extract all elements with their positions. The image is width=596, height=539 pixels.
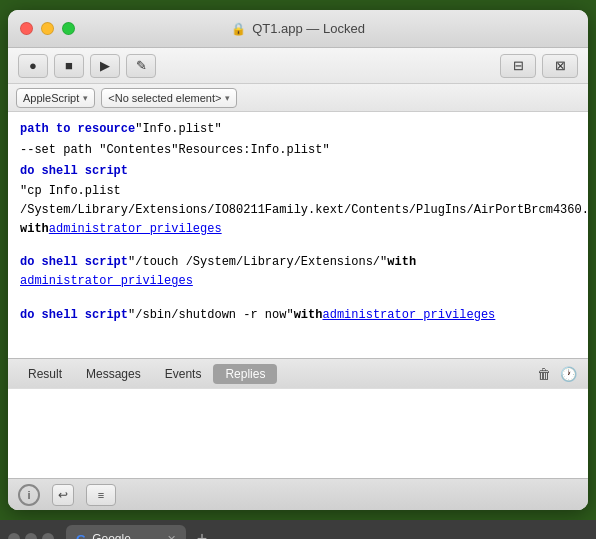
admin-priv-link-2[interactable]: administrator privileges — [20, 272, 193, 291]
code-line-5: do shell script "/sbin/shutdown -r now" … — [20, 306, 576, 325]
admin-priv-link-3[interactable]: administrator privileges — [322, 306, 495, 325]
traffic-lights — [20, 22, 75, 35]
code-editor[interactable]: path to resource "Info.plist" --set path… — [8, 112, 588, 358]
google-logo: G — [76, 532, 86, 540]
code-spacer-1 — [20, 241, 576, 251]
with-keyword-1: with — [20, 220, 49, 239]
lock-icon: 🔒 — [231, 22, 246, 36]
title-bar: 🔒 QT1.app — Locked — [8, 10, 588, 48]
code-line-1: path to resource "Info.plist" — [20, 120, 576, 139]
tab-result[interactable]: Result — [16, 364, 74, 384]
bottom-tab-bar: Result Messages Events Replies 🗑 🕐 — [8, 358, 588, 388]
close-button[interactable] — [20, 22, 33, 35]
admin-priv-link-1[interactable]: administrator privileges — [49, 220, 222, 239]
toolbar: ● ■ ▶ ✎ ⊟ ⊠ — [8, 48, 588, 84]
maximize-button[interactable] — [62, 22, 75, 35]
code-line-4: do shell script "/touch /System/Library/… — [20, 253, 576, 291]
code-line-3: do shell script "cp Info.plist /System/L… — [20, 162, 576, 239]
browser-tab-close[interactable]: ✕ — [167, 533, 176, 540]
tab-messages[interactable]: Messages — [74, 364, 153, 384]
app-window: 🔒 QT1.app — Locked ● ■ ▶ ✎ ⊟ ⊠ AppleScri… — [8, 10, 588, 510]
script-button[interactable]: ✎ — [126, 54, 156, 78]
code-line-2: --set path "Contentes"Resources:Info.pli… — [20, 141, 576, 160]
browser-dot-2 — [25, 533, 37, 539]
info-icon[interactable]: i — [18, 484, 40, 506]
title-bar-center: 🔒 QT1.app — Locked — [231, 21, 365, 36]
window-title: QT1.app — Locked — [252, 21, 365, 36]
view-button-1[interactable]: ⊟ — [500, 54, 536, 78]
keyword-do-shell-1: do shell script — [20, 162, 128, 181]
browser-dot-1 — [8, 533, 20, 539]
applescript-menu[interactable]: AppleScript ▾ — [16, 88, 95, 108]
with-keyword-2: with — [387, 253, 416, 272]
play-button[interactable]: ▶ — [90, 54, 120, 78]
keyword-do-shell-2: do shell script — [20, 253, 128, 272]
string-cp: "cp Info.plist /System/Library/Extension… — [20, 182, 588, 220]
string-shutdown: "/sbin/shutdown -r now" — [128, 306, 294, 325]
result-area — [8, 388, 588, 478]
log-button[interactable]: ≡ — [86, 484, 116, 506]
browser-add-tab[interactable]: + — [190, 527, 214, 539]
applescript-label: AppleScript — [23, 92, 79, 104]
string-infoplist: "Info.plist" — [135, 120, 221, 139]
comment-line: --set path "Contentes"Resources:Info.pli… — [20, 141, 330, 160]
browser-tab-google[interactable]: G Google ✕ — [66, 525, 186, 539]
browser-tab-label: Google — [92, 532, 131, 539]
with-keyword-3: with — [294, 306, 323, 325]
element-label: <No selected element> — [108, 92, 221, 104]
applescript-arrow: ▾ — [83, 93, 88, 103]
record-button[interactable]: ● — [18, 54, 48, 78]
element-arrow: ▾ — [225, 93, 230, 103]
tab-events[interactable]: Events — [153, 364, 214, 384]
code-spacer-2 — [20, 294, 576, 304]
keyword-path: path to resource — [20, 120, 135, 139]
browser-dot-3 — [42, 533, 54, 539]
clock-icon[interactable]: 🕐 — [556, 362, 580, 386]
back-button[interactable]: ↩ — [52, 484, 74, 506]
element-menu[interactable]: <No selected element> ▾ — [101, 88, 237, 108]
view-button-2[interactable]: ⊠ — [542, 54, 578, 78]
browser-bar: G Google ✕ + — [0, 520, 596, 539]
menubar: AppleScript ▾ <No selected element> ▾ — [8, 84, 588, 112]
stop-button[interactable]: ■ — [54, 54, 84, 78]
tab-replies[interactable]: Replies — [213, 364, 277, 384]
status-bar: i ↩ ≡ — [8, 478, 588, 510]
minimize-button[interactable] — [41, 22, 54, 35]
browser-dots — [8, 533, 54, 539]
string-touch: "/touch /System/Library/Extensions/" — [128, 253, 387, 272]
delete-icon[interactable]: 🗑 — [532, 362, 556, 386]
keyword-do-shell-3: do shell script — [20, 306, 128, 325]
